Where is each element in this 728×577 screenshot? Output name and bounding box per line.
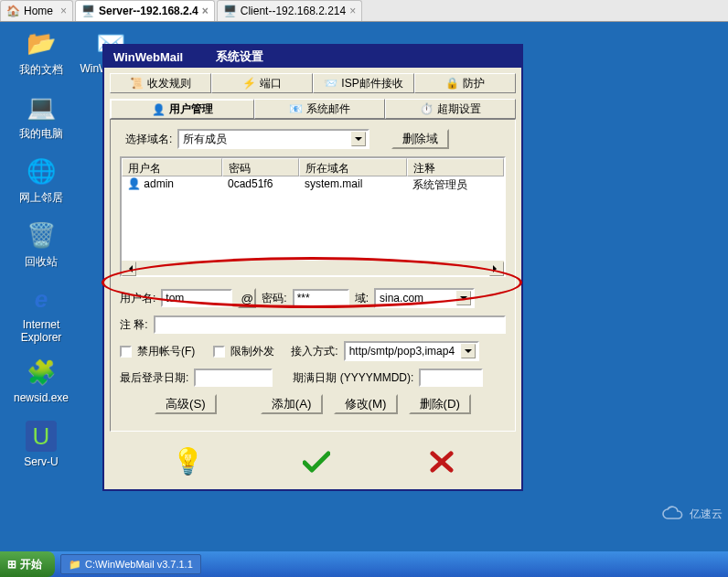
tab-label: Server--192.168.2.4: [99, 5, 198, 17]
taskbar-item[interactable]: 📁 C:\WinWebMail v3.7.1.1: [60, 554, 201, 574]
access-dropdown[interactable]: http/smtp/pop3,imap4: [344, 341, 479, 361]
chevron-down-icon: [461, 344, 476, 358]
tab-label: Home: [24, 5, 53, 17]
h-scrollbar[interactable]: [122, 261, 504, 275]
tab-user-mgmt[interactable]: 👤用户管理: [110, 99, 254, 119]
ok-icon[interactable]: [303, 451, 330, 473]
advanced-button[interactable]: 高级(S): [155, 394, 217, 414]
folder-icon: 📁: [69, 559, 81, 571]
desktop: 📂我的文档 💻我的电脑 🌐网上邻居 🗑️回收站 eInternet Explor…: [0, 22, 728, 551]
domain-field-label: 域:: [355, 291, 369, 306]
desktop-icon-computer[interactable]: 💻我的电脑: [9, 91, 73, 142]
col-password[interactable]: 密码: [222, 158, 299, 176]
cancel-icon[interactable]: [430, 451, 454, 473]
port-icon: ⚡: [242, 77, 256, 90]
ie-icon: e: [26, 283, 57, 315]
sysmail-icon: 📧: [289, 102, 303, 115]
user-list[interactable]: 用户名 密码 所在域名 注释 👤 admin 0cad51f6 system.m…: [120, 156, 506, 277]
close-icon[interactable]: ×: [202, 5, 209, 17]
desktop-icon-network[interactable]: 🌐网上邻居: [9, 155, 73, 206]
winwebmail-settings-window: WinWebMail 系统设置 📜收发规则 ⚡端口 📨ISP邮件接收 🔒防护 👤…: [102, 44, 523, 491]
rules-icon: 📜: [130, 77, 144, 90]
col-domain[interactable]: 所在域名: [299, 158, 407, 176]
tab-protect[interactable]: 🔒防护: [414, 73, 516, 93]
desktop-icon-documents[interactable]: 📂我的文档: [9, 27, 73, 78]
server-icon: 🖥️: [81, 5, 95, 17]
dialog-action-bar: 💡: [104, 437, 521, 489]
desktop-icon-recycle[interactable]: 🗑️回收站: [9, 219, 73, 270]
domain-label: 选择域名:: [125, 132, 172, 147]
add-button[interactable]: 添加(A): [261, 394, 323, 414]
expire-input[interactable]: [419, 369, 483, 387]
app-title: WinWebMail: [113, 50, 183, 64]
isp-icon: 📨: [324, 77, 337, 90]
tab-isp[interactable]: 📨ISP邮件接收: [313, 73, 414, 93]
chevron-down-icon: [351, 132, 366, 146]
client-icon: 🖥️: [223, 5, 237, 17]
domain-dropdown[interactable]: 所有成员: [177, 129, 369, 149]
scroll-left-icon[interactable]: [122, 262, 136, 276]
scroll-right-icon[interactable]: [489, 262, 504, 276]
delete-domain-button[interactable]: 删除域: [391, 129, 449, 149]
expire-label: 期满日期 (YYYYMMDD):: [293, 370, 413, 386]
network-icon: 🌐: [26, 155, 57, 187]
titlebar[interactable]: WinWebMail 系统设置: [104, 46, 521, 68]
desktop-icon-servu[interactable]: UServ-U: [9, 421, 73, 468]
close-icon[interactable]: ×: [60, 5, 67, 17]
tab-system-mail[interactable]: 📧系统邮件: [254, 99, 385, 119]
watermark: 亿速云: [660, 506, 723, 522]
cloud-icon: [660, 506, 686, 522]
computer-icon: 💻: [26, 91, 57, 123]
lastlogin-label: 最后登录日期:: [120, 370, 188, 386]
col-note[interactable]: 注释: [407, 158, 504, 176]
list-row[interactable]: 👤 admin 0cad51f6 system.mail 系统管理员: [122, 176, 504, 193]
panel-user-mgmt: 选择域名: 所有成员 删除域 用户名 密码 所在域名 注释 👤 admin: [110, 119, 516, 432]
limit-checkbox[interactable]: [213, 346, 225, 358]
limit-send-label: 限制外发: [230, 344, 274, 359]
tab-label: Client--192.168.2.214: [241, 5, 346, 17]
disable-account-label: 禁用帐号(F): [137, 344, 195, 359]
start-button[interactable]: ⊞ 开始: [0, 551, 55, 577]
username-input[interactable]: [161, 289, 232, 307]
close-icon[interactable]: ×: [349, 5, 356, 17]
tab-port[interactable]: ⚡端口: [211, 73, 313, 93]
tab-expire[interactable]: ⏱️超期设置: [385, 99, 516, 119]
lastlogin-input[interactable]: [194, 369, 273, 387]
tab-rules[interactable]: 📜收发规则: [110, 73, 211, 93]
tab-server[interactable]: 🖥️ Server--192.168.2.4 ×: [75, 0, 215, 21]
taskbar: ⊞ 开始 📁 C:\WinWebMail v3.7.1.1: [0, 551, 728, 577]
hint-icon[interactable]: 💡: [172, 446, 204, 476]
browser-tabs: 🏠 Home × 🖥️ Server--192.168.2.4 × 🖥️ Cli…: [0, 0, 728, 22]
col-username[interactable]: 用户名: [122, 158, 222, 176]
password-input[interactable]: [293, 289, 349, 307]
note-label: 注 释:: [120, 317, 148, 333]
domain-field-dropdown[interactable]: sina.com: [374, 288, 475, 308]
access-label: 接入方式:: [291, 344, 337, 359]
settings-tabs-row1: 📜收发规则 ⚡端口 📨ISP邮件接收 🔒防护: [110, 73, 516, 93]
desktop-icon-newsid[interactable]: 🧩newsid.exe: [9, 357, 73, 404]
password-label: 密码:: [262, 291, 286, 306]
username-label: 用户名:: [120, 291, 155, 306]
folder-icon: 📂: [26, 27, 57, 59]
settings-tabs-row2: 👤用户管理 📧系统邮件 ⏱️超期设置: [110, 99, 516, 119]
windows-icon: ⊞: [7, 558, 16, 571]
at-button[interactable]: @: [238, 288, 256, 308]
recycle-icon: 🗑️: [26, 219, 57, 251]
lock-icon: 🔒: [445, 77, 459, 90]
exe-icon: 🧩: [26, 357, 57, 388]
list-header: 用户名 密码 所在域名 注释: [122, 158, 504, 176]
tab-client[interactable]: 🖥️ Client--192.168.2.214 ×: [217, 0, 362, 21]
chevron-down-icon: [456, 291, 471, 305]
home-icon: 🏠: [6, 5, 20, 17]
desktop-icon-ie[interactable]: eInternet Explorer: [9, 283, 73, 344]
user-row-icon: 👤: [127, 177, 141, 190]
disable-checkbox[interactable]: [120, 346, 132, 358]
servu-icon: U: [26, 421, 57, 452]
tab-home[interactable]: 🏠 Home ×: [0, 0, 73, 21]
delete-button[interactable]: 删除(D): [409, 394, 472, 414]
modify-button[interactable]: 修改(M): [334, 394, 398, 414]
window-title: 系统设置: [216, 48, 263, 65]
clock-icon: ⏱️: [420, 102, 434, 115]
user-icon: 👤: [152, 103, 166, 116]
note-input[interactable]: [154, 315, 506, 334]
